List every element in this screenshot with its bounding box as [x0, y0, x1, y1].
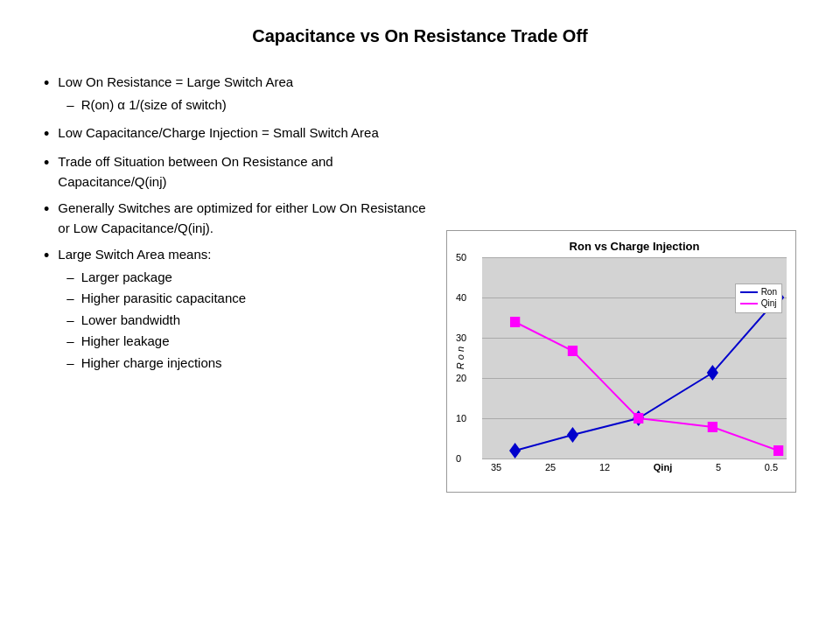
y-label-20: 20 [456, 373, 466, 383]
dash: – [66, 311, 74, 331]
sub-list: – R(on) α 1/(size of switch) [58, 95, 429, 116]
legend-qinj-label: Qinj [761, 298, 777, 308]
dash: – [66, 354, 74, 374]
content-area: • Low On Resistance = Large Switch Area … [44, 73, 796, 493]
qinj-point [510, 317, 520, 327]
legend-ron-label: Ron [761, 287, 777, 297]
ron-point [567, 427, 578, 443]
sub-text: R(on) α 1/(size of switch) [81, 95, 227, 116]
sub-text: Larger package [81, 268, 172, 288]
sub-list-item: – Higher leakage [66, 332, 429, 352]
x-label-5: 5 [716, 462, 721, 472]
dash: – [66, 289, 74, 309]
list-item: • Low On Resistance = Large Switch Area … [44, 73, 429, 116]
sub-text: Lower bandwidth [81, 311, 180, 331]
list-item: • Trade off Situation between On Resista… [44, 152, 429, 192]
y-label-10: 10 [456, 413, 466, 424]
qinj-point [708, 422, 718, 432]
qinj-point [568, 346, 578, 356]
x-axis: 35 25 12 Qinj 5 0.5 [482, 462, 787, 472]
ron-point [509, 443, 521, 458]
y-label-0: 0 [456, 453, 461, 464]
sub-list-item: – R(on) α 1/(size of switch) [66, 95, 429, 116]
list-item: • Low Capacitance/Charge Injection = Sma… [44, 123, 429, 145]
text-section: • Low On Resistance = Large Switch Area … [44, 73, 429, 382]
y-label-30: 30 [456, 332, 466, 343]
chart-container: Ron vs Charge Injection R o n 50 40 30 2… [446, 230, 796, 493]
chart-section: Ron vs Charge Injection R o n 50 40 30 2… [446, 230, 796, 493]
bullet-text: Low On Resistance = Large Switch Area [58, 74, 293, 89]
x-label-0-5: 0.5 [765, 462, 778, 472]
item-content: Low On Resistance = Large Switch Area – … [58, 73, 429, 116]
bullet-text: Generally Switches are optimized for eit… [58, 200, 425, 235]
bullet-text: Low Capacitance/Charge Injection = Small… [58, 125, 378, 140]
sub-list-item: – Higher charge injections [66, 354, 429, 374]
y-label-50: 50 [456, 252, 466, 262]
x-label-12: 12 [599, 462, 610, 472]
sub-list-item: – Lower bandwidth [66, 311, 429, 331]
sub-text: Higher leakage [81, 332, 170, 352]
x-label-35: 35 [491, 462, 501, 472]
dash: – [66, 95, 74, 116]
qinj-point [774, 445, 783, 456]
bullet-point: • [44, 123, 49, 145]
sub-list: – Larger package – Higher parasitic capa… [58, 268, 429, 374]
bullet-text: Trade off Situation between On Resistanc… [58, 154, 332, 189]
chart-title: Ron vs Charge Injection [482, 240, 787, 253]
grid-line [482, 458, 787, 459]
bullet-point: • [44, 245, 49, 267]
sub-list-item: – Higher parasitic capacitance [66, 289, 429, 309]
chart-legend: Ron Qinj [735, 284, 782, 313]
list-item: • Large Switch Area means: – Larger pack… [44, 245, 429, 374]
bullet-point: • [44, 152, 49, 174]
page-title: Capacitance vs On Resistance Trade Off [44, 26, 796, 46]
ron-line [515, 298, 779, 451]
qinj-point [634, 413, 643, 424]
sub-list-item: – Larger package [66, 268, 429, 288]
bullet-text: Large Switch Area means: [58, 247, 211, 262]
chart-inner: Ron Qinj [482, 257, 787, 458]
x-label-qinj: Qinj [654, 462, 672, 472]
chart-plot-area: R o n 50 40 30 20 10 0 [482, 257, 787, 458]
sub-text: Higher charge injections [81, 354, 222, 374]
item-content: Generally Switches are optimized for eit… [58, 199, 429, 238]
y-label-40: 40 [456, 292, 466, 303]
list-item: • Generally Switches are optimized for e… [44, 199, 429, 238]
x-label-25: 25 [545, 462, 556, 472]
legend-ron-line [740, 291, 758, 293]
legend-qinj-line [740, 303, 758, 304]
sub-text: Higher parasitic capacitance [81, 289, 246, 309]
item-content: Large Switch Area means: – Larger packag… [58, 245, 429, 374]
dash: – [66, 268, 74, 288]
legend-ron: Ron [740, 287, 777, 297]
dash: – [66, 332, 74, 352]
y-axis-title: R o n [455, 346, 466, 369]
legend-qinj: Qinj [740, 298, 777, 308]
item-content: Low Capacitance/Charge Injection = Small… [58, 123, 429, 144]
item-content: Trade off Situation between On Resistanc… [58, 152, 429, 192]
bullet-list: • Low On Resistance = Large Switch Area … [44, 73, 429, 374]
bullet-point: • [44, 199, 49, 220]
bullet-point: • [44, 73, 49, 94]
page: Capacitance vs On Resistance Trade Off •… [0, 0, 840, 630]
qinj-line [515, 322, 779, 451]
